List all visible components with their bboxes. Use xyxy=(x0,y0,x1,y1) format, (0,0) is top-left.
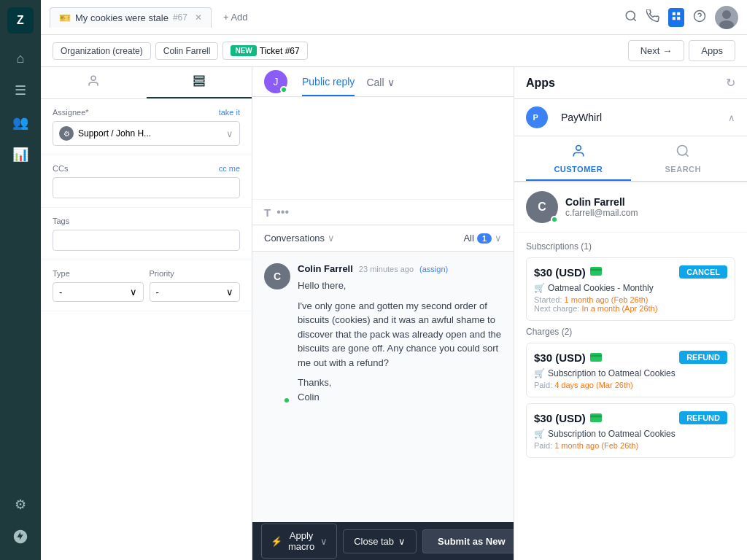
charge-product-name-1: 🛒 Subscription to Oatmeal Cookies xyxy=(534,368,727,378)
ticket-breadcrumb[interactable]: NEW Ticket #67 xyxy=(222,42,307,60)
svg-line-1 xyxy=(633,18,635,20)
left-panel: Assignee* take it ⚙ Support / John H... … xyxy=(41,67,252,560)
assignee-select[interactable]: ⚙ Support / John H... ∨ xyxy=(53,121,240,146)
customer-tab[interactable]: CUSTOMER xyxy=(526,136,631,181)
conversations-header: Conversations ∨ All 1 ∨ xyxy=(252,225,514,252)
svg-point-7 xyxy=(722,10,731,19)
search-icon[interactable] xyxy=(624,9,638,26)
svg-rect-18 xyxy=(590,267,602,276)
help-icon[interactable] xyxy=(693,9,706,26)
conversations-badge: 1 xyxy=(477,233,492,244)
apply-macro-button[interactable]: ⚡ Apply macro ∨ xyxy=(261,524,337,559)
conversations-chevron-icon: ∨ xyxy=(328,233,335,244)
org-create-breadcrumb[interactable]: Organization (create) xyxy=(53,42,151,60)
svg-point-0 xyxy=(626,11,635,20)
priority-select[interactable]: - ∨ xyxy=(150,282,241,302)
charge-product-name-2: 🛒 Subscription to Oatmeal Cookies xyxy=(534,429,727,439)
ticket-tab[interactable]: 🎫 My cookies were stale #67 ✕ xyxy=(50,7,212,28)
public-reply-tab[interactable]: Public reply xyxy=(302,67,355,96)
customer-info: C Colin Farrell c.farrell@mail.com xyxy=(514,182,747,233)
cart-icon: 🛒 xyxy=(534,283,545,293)
priority-chevron-icon: ∨ xyxy=(226,287,233,298)
ticket-tab-title: My cookies were stale xyxy=(75,12,169,23)
phone-icon[interactable] xyxy=(646,9,659,26)
apps-title: Apps xyxy=(526,77,555,90)
customer-search-tabs: CUSTOMER SEARCH xyxy=(514,136,747,182)
close-tab-button[interactable]: Close tab ∨ xyxy=(343,529,417,553)
more-options-icon[interactable]: ••• xyxy=(276,206,289,219)
paywhirl-name: PayWhirl xyxy=(561,112,602,123)
conversations-filter[interactable]: Conversations ∨ xyxy=(264,233,335,244)
add-tab-button[interactable]: + Add xyxy=(216,7,255,27)
tab-details[interactable] xyxy=(147,67,252,98)
message-avatar: C xyxy=(264,263,290,289)
refresh-icon[interactable]: ↻ xyxy=(726,76,735,90)
svg-rect-20 xyxy=(590,353,602,362)
take-it-link[interactable]: take it xyxy=(219,108,240,117)
text-format-icon[interactable]: T xyxy=(264,206,271,219)
type-select[interactable]: - ∨ xyxy=(53,282,144,302)
tags-label: Tags xyxy=(53,217,240,225)
call-chevron-icon: ∨ xyxy=(387,77,395,88)
messages-area: C Colin Farrell 23 minutes ago (assign) … xyxy=(252,252,514,522)
left-panel-tabs xyxy=(41,67,252,99)
list-item: $30 (USD) REFUND 🛒 Subscription to Oatme… xyxy=(526,343,735,397)
search-tab[interactable]: SEARCH xyxy=(631,136,736,181)
charge-paid-1: Paid: 4 days ago (Mar 26th) xyxy=(534,381,727,389)
assign-link[interactable]: (assign) xyxy=(419,265,448,273)
svg-point-16 xyxy=(678,146,687,155)
grid-icon[interactable] xyxy=(668,8,684,27)
tags-input[interactable] xyxy=(53,230,240,251)
online-status-dot xyxy=(280,86,287,93)
subscriptions-title: Subscriptions (1) xyxy=(526,241,735,252)
charge-paid-2: Paid: 1 month ago (Feb 26th) xyxy=(534,441,727,450)
macro-chevron-icon: ∨ xyxy=(320,536,328,547)
cc-me-link[interactable]: cc me xyxy=(219,164,240,173)
svg-rect-21 xyxy=(590,354,602,357)
payment-card-icon-1 xyxy=(590,351,602,364)
ticket-tab-close[interactable]: ✕ xyxy=(195,12,202,23)
cancel-subscription-button[interactable]: CANCEL xyxy=(679,265,727,279)
settings-icon[interactable]: ⚙ xyxy=(7,491,34,518)
type-field: Type - ∨ xyxy=(53,269,144,302)
svg-rect-19 xyxy=(590,269,602,271)
ccs-input[interactable] xyxy=(53,177,240,198)
conversations-all-filter[interactable]: All 1 ∨ xyxy=(463,233,502,244)
customer-email: c.farrell@mail.com xyxy=(565,208,638,218)
user-avatar[interactable] xyxy=(715,6,738,29)
paywhirl-collapse-icon[interactable]: ∧ xyxy=(728,112,735,123)
message-content: Colin Farrell 23 minutes ago (assign) He… xyxy=(298,263,502,404)
subscription-price: $30 (USD) xyxy=(534,266,602,279)
zendesk-logo-icon[interactable]: Z xyxy=(7,7,34,34)
contact-breadcrumb[interactable]: Colin Farrell xyxy=(155,42,219,60)
home-icon[interactable]: ⌂ xyxy=(7,45,34,71)
macro-icon: ⚡ xyxy=(271,536,282,547)
main-content: 🎫 My cookies were stale #67 ✕ + Add xyxy=(41,0,747,560)
bottom-bar: ⚡ Apply macro ∨ Close tab ∨ Submit as Ne… xyxy=(252,522,514,560)
apps-button[interactable]: Apps xyxy=(689,40,735,61)
ccs-label: CCs cc me xyxy=(53,164,240,173)
tab-user[interactable] xyxy=(41,67,147,98)
svg-rect-4 xyxy=(673,17,676,20)
zendesk-bottom-icon[interactable] xyxy=(7,524,34,550)
charges-title: Charges (2) xyxy=(526,327,735,337)
next-button[interactable]: Next → xyxy=(628,40,685,61)
apps-header: Apps ↻ xyxy=(514,67,747,99)
customer-name: Colin Farrell xyxy=(565,196,638,208)
users-icon[interactable]: 👥 xyxy=(7,109,34,136)
charge-price-2: $30 (USD) xyxy=(534,412,602,424)
cart-icon-1: 🛒 xyxy=(534,368,545,378)
paywhirl-logo-icon: P xyxy=(526,106,548,128)
refund-button-2[interactable]: REFUND xyxy=(679,411,727,424)
svg-rect-12 xyxy=(194,84,204,86)
reports-icon[interactable]: 📊 xyxy=(7,141,34,168)
ccs-section: CCs cc me xyxy=(41,155,252,208)
svg-rect-2 xyxy=(673,12,676,15)
composer-textarea[interactable] xyxy=(264,106,502,186)
svg-rect-22 xyxy=(590,413,602,422)
submit-button[interactable]: Submit as New xyxy=(422,529,514,553)
tickets-icon[interactable]: ☰ xyxy=(7,77,34,104)
all-filter-chevron-icon: ∨ xyxy=(495,233,502,244)
call-tab[interactable]: Call ∨ xyxy=(366,68,394,96)
refund-button-1[interactable]: REFUND xyxy=(679,351,727,364)
